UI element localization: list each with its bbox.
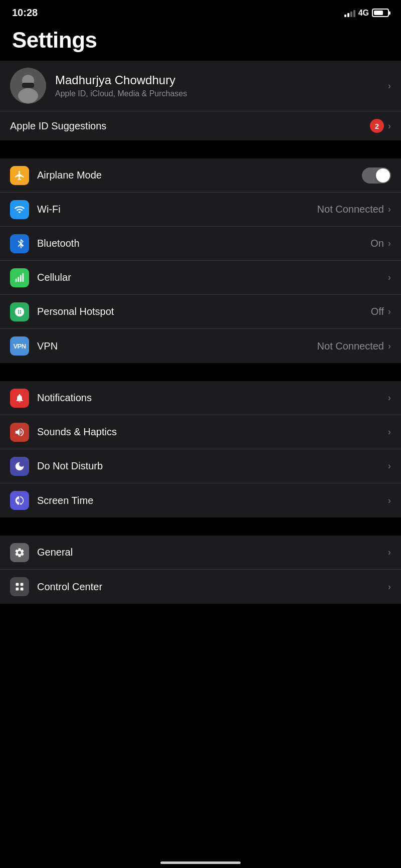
wifi-icon bbox=[10, 200, 29, 219]
profile-name: Madhurjya Chowdhury bbox=[55, 73, 388, 87]
bluetooth-content: Bluetooth On › bbox=[37, 238, 391, 249]
vpn-icon: VPN bbox=[10, 336, 29, 356]
bluetooth-icon bbox=[10, 234, 29, 253]
network-label: 4G bbox=[358, 9, 369, 18]
hotspot-status: Off bbox=[371, 306, 384, 317]
controlcenter-row[interactable]: Control Center › bbox=[0, 570, 401, 604]
cellular-icon bbox=[10, 268, 29, 287]
sounds-row[interactable]: Sounds & Haptics › bbox=[0, 415, 401, 449]
hotspot-label: Personal Hotspot bbox=[37, 306, 114, 317]
airplane-mode-content: Airplane Mode bbox=[37, 167, 391, 184]
screentime-row[interactable]: Screen Time › bbox=[0, 483, 401, 517]
donotdisturb-row[interactable]: Do Not Disturb › bbox=[0, 449, 401, 483]
wifi-row[interactable]: Wi-Fi Not Connected › bbox=[0, 193, 401, 227]
svg-rect-3 bbox=[22, 83, 34, 88]
battery-icon bbox=[372, 9, 389, 17]
donotdisturb-label: Do Not Disturb bbox=[37, 460, 103, 472]
svg-point-8 bbox=[19, 311, 21, 313]
section-divider-2 bbox=[0, 363, 401, 381]
controlcenter-content: Control Center › bbox=[37, 581, 391, 593]
cellular-row[interactable]: Cellular › bbox=[0, 261, 401, 295]
screentime-label: Screen Time bbox=[37, 495, 93, 506]
section-divider-1 bbox=[0, 140, 401, 158]
donotdisturb-icon bbox=[10, 457, 29, 476]
bluetooth-chevron-icon: › bbox=[388, 238, 391, 249]
svg-rect-7 bbox=[23, 273, 24, 281]
cellular-label: Cellular bbox=[37, 272, 71, 283]
avatar bbox=[10, 68, 46, 104]
svg-rect-6 bbox=[20, 275, 22, 282]
profile-info: Madhurjya Chowdhury Apple ID, iCloud, Me… bbox=[55, 73, 388, 98]
profile-section: Madhurjya Chowdhury Apple ID, iCloud, Me… bbox=[0, 61, 401, 140]
vpn-icon-text: VPN bbox=[13, 342, 26, 350]
wifi-label: Wi-Fi bbox=[37, 204, 61, 215]
bluetooth-label: Bluetooth bbox=[37, 238, 80, 249]
profile-subtitle: Apple ID, iCloud, Media & Purchases bbox=[55, 89, 388, 98]
cellular-chevron-icon: › bbox=[388, 272, 391, 283]
hotspot-right: Off › bbox=[371, 306, 391, 317]
vpn-row[interactable]: VPN VPN Not Connected › bbox=[0, 329, 401, 363]
controlcenter-icon bbox=[10, 577, 29, 596]
airplane-mode-row[interactable]: Airplane Mode bbox=[0, 158, 401, 193]
notifications-chevron-icon: › bbox=[388, 393, 391, 403]
screentime-icon bbox=[10, 491, 29, 510]
screentime-chevron-icon: › bbox=[388, 495, 391, 506]
profile-row[interactable]: Madhurjya Chowdhury Apple ID, iCloud, Me… bbox=[0, 61, 401, 111]
hotspot-content: Personal Hotspot Off › bbox=[37, 306, 391, 317]
wifi-chevron-icon: › bbox=[388, 204, 391, 215]
general-icon bbox=[10, 543, 29, 562]
status-bar: 10:28 4G bbox=[0, 0, 401, 23]
bottom-space bbox=[0, 604, 401, 644]
apple-id-suggestions-row[interactable]: Apple ID Suggestions 2 › bbox=[0, 111, 401, 140]
system-section: General › Control Center › bbox=[0, 536, 401, 604]
vpn-label: VPN bbox=[37, 340, 58, 352]
cellular-content: Cellular › bbox=[37, 272, 391, 283]
sounds-content: Sounds & Haptics › bbox=[37, 426, 391, 438]
airplane-mode-toggle[interactable] bbox=[362, 167, 391, 184]
svg-rect-5 bbox=[18, 277, 19, 282]
apple-id-suggestions-label: Apple ID Suggestions bbox=[10, 120, 370, 132]
home-indicator bbox=[160, 861, 241, 864]
svg-rect-9 bbox=[18, 397, 22, 399]
hotspot-chevron-icon: › bbox=[388, 306, 391, 317]
cellular-right: › bbox=[388, 272, 391, 283]
general-label: General bbox=[37, 547, 73, 558]
bluetooth-status: On bbox=[370, 238, 384, 249]
status-time: 10:28 bbox=[12, 7, 38, 19]
hotspot-row[interactable]: Personal Hotspot Off › bbox=[0, 295, 401, 329]
suggestions-chevron-icon: › bbox=[388, 121, 391, 131]
vpn-status: Not Connected bbox=[317, 340, 384, 352]
status-icons: 4G bbox=[344, 9, 389, 18]
notifications-label: Notifications bbox=[37, 392, 92, 404]
suggestions-badge: 2 bbox=[370, 119, 384, 133]
screentime-content: Screen Time › bbox=[37, 495, 391, 506]
vpn-right: Not Connected › bbox=[317, 340, 391, 352]
vpn-chevron-icon: › bbox=[388, 341, 391, 352]
controlcenter-chevron-icon: › bbox=[388, 582, 391, 592]
svg-rect-10 bbox=[16, 583, 19, 586]
settings-header: Settings bbox=[0, 23, 401, 61]
section-divider-3 bbox=[0, 517, 401, 536]
general-content: General › bbox=[37, 547, 391, 558]
airplane-mode-label: Airplane Mode bbox=[37, 169, 102, 181]
wifi-right: Not Connected › bbox=[317, 204, 391, 215]
svg-rect-12 bbox=[16, 588, 19, 591]
sounds-chevron-icon: › bbox=[388, 427, 391, 437]
wifi-status: Not Connected bbox=[317, 204, 384, 215]
hotspot-icon bbox=[10, 302, 29, 321]
sounds-icon bbox=[10, 423, 29, 442]
controlcenter-label: Control Center bbox=[37, 581, 102, 593]
svg-rect-11 bbox=[21, 583, 24, 586]
bluetooth-row[interactable]: Bluetooth On › bbox=[0, 227, 401, 261]
vpn-content: VPN Not Connected › bbox=[37, 340, 391, 352]
profile-chevron-icon: › bbox=[388, 81, 391, 91]
airplane-mode-icon bbox=[10, 166, 29, 185]
general-chevron-icon: › bbox=[388, 547, 391, 558]
bluetooth-right: On › bbox=[370, 238, 391, 249]
page-title: Settings bbox=[12, 28, 389, 53]
notifications-section: Notifications › Sounds & Haptics › Do No… bbox=[0, 381, 401, 517]
sounds-label: Sounds & Haptics bbox=[37, 426, 117, 438]
svg-point-2 bbox=[18, 88, 38, 103]
notifications-row[interactable]: Notifications › bbox=[0, 381, 401, 415]
general-row[interactable]: General › bbox=[0, 536, 401, 570]
